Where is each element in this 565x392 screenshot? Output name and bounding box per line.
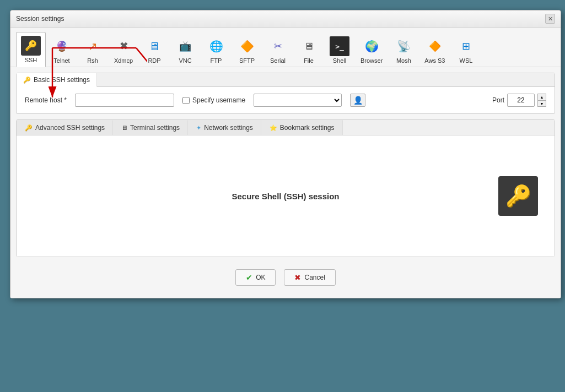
tab-bookmark[interactable]: ⭐ Bookmark settings (261, 120, 343, 135)
ftp-icon: 🌐 (206, 36, 226, 56)
protocol-mosh-label: Mosh (396, 57, 411, 64)
protocol-vnc-label: VNC (179, 57, 191, 64)
ok-icon: ✔ (246, 273, 252, 282)
protocol-sftp-label: SFTP (239, 57, 255, 64)
port-spinner[interactable]: ▲ ▼ (537, 94, 546, 107)
remote-host-label: Remote host * (25, 96, 67, 104)
browser-icon: 🌍 (362, 36, 381, 56)
port-decrement-btn[interactable]: ▼ (537, 100, 546, 107)
bookmark-icon: ⭐ (270, 124, 277, 132)
remote-host-input[interactable] (75, 94, 174, 107)
protocol-file[interactable]: 🖥 File (294, 32, 324, 67)
advanced-ssh-icon: 🔑 (25, 124, 33, 132)
ssh-large-key-icon: 🔑 (505, 184, 531, 208)
session-settings-dialog: Session settings ✕ 🔑 SSH 🔮 Telnet ↗ Rsh (10, 10, 561, 298)
ssh-large-icon-box: 🔑 (498, 176, 538, 216)
telnet-icon: 🔮 (52, 36, 72, 56)
specify-username-label[interactable]: Specify username (182, 96, 245, 104)
ok-label: OK (256, 274, 265, 281)
protocol-file-label: File (304, 57, 314, 64)
protocol-rsh-label: Rsh (87, 57, 98, 64)
port-input[interactable] (507, 94, 535, 107)
awss3-icon: 🔶 (425, 36, 445, 56)
dialog-title: Session settings (16, 15, 64, 23)
protocol-telnet[interactable]: 🔮 Telnet (47, 32, 77, 67)
tab-network[interactable]: ✦ Network settings (188, 120, 261, 135)
protocol-xdmcp-label: Xdmcp (114, 57, 133, 64)
protocol-xdmcp[interactable]: ✖ Xdmcp (109, 32, 138, 67)
username-dropdown-wrapper (254, 94, 342, 107)
protocol-ftp[interactable]: 🌐 FTP (201, 32, 231, 67)
main-content: 🔑 Basic SSH settings Remote host * Speci… (10, 67, 561, 298)
basic-ssh-tab[interactable]: 🔑 Basic SSH settings (17, 73, 97, 87)
user-icon-button[interactable]: 👤 (350, 94, 365, 107)
shell-icon: >_ (330, 36, 349, 56)
file-icon: 🖥 (299, 36, 319, 56)
rdp-icon: 🖥 (144, 36, 164, 56)
user-icon: 👤 (353, 96, 363, 105)
network-label: Network settings (204, 124, 253, 132)
advanced-ssh-label: Advanced SSH settings (35, 124, 105, 132)
specify-username-checkbox[interactable] (182, 97, 190, 104)
protocol-bar: 🔑 SSH 🔮 Telnet ↗ Rsh ✖ Xdmcp 🖥 (10, 28, 561, 67)
protocol-ssh-label: SSH (25, 57, 37, 63)
tab-terminal[interactable]: 🖥 Terminal settings (113, 120, 188, 135)
protocol-rdp[interactable]: 🖥 RDP (139, 32, 169, 67)
mosh-icon: 📡 (394, 36, 413, 56)
protocol-serial[interactable]: ✂ Serial (263, 32, 293, 67)
protocol-browser[interactable]: 🌍 Browser (356, 32, 388, 67)
protocol-telnet-label: Telnet (53, 57, 69, 64)
network-icon: ✦ (196, 124, 201, 132)
sub-tabs-section: 🔑 Advanced SSH settings 🖥 Terminal setti… (16, 119, 555, 257)
session-description: Secure Shell (SSH) session (232, 192, 339, 201)
protocol-vnc[interactable]: 📺 VNC (170, 32, 200, 67)
terminal-label: Terminal settings (130, 124, 180, 132)
content-panel: Secure Shell (SSH) session 🔑 (17, 135, 555, 257)
title-bar: Session settings ✕ (10, 10, 561, 28)
protocol-sftp[interactable]: 🔶 SFTP (232, 32, 262, 67)
protocol-rdp-label: RDP (148, 57, 160, 64)
port-section: Port ▲ ▼ (492, 94, 546, 107)
rsh-icon: ↗ (83, 36, 103, 56)
basic-ssh-tab-header: 🔑 Basic SSH settings (17, 73, 555, 87)
protocol-wsl[interactable]: ⊞ WSL (451, 32, 481, 67)
cancel-label: Cancel (304, 274, 325, 281)
basic-ssh-row: Remote host * Specify username 👤 (17, 87, 555, 113)
xdmcp-icon: ✖ (114, 36, 133, 56)
protocol-ssh[interactable]: 🔑 SSH (16, 32, 46, 67)
close-button[interactable]: ✕ (545, 14, 555, 24)
protocol-wsl-label: WSL (460, 57, 473, 64)
protocol-mosh[interactable]: 📡 Mosh (389, 32, 418, 67)
ok-button[interactable]: ✔ OK (235, 269, 276, 286)
sub-tabs-bar: 🔑 Advanced SSH settings 🖥 Terminal setti… (17, 120, 555, 135)
port-increment-btn[interactable]: ▲ (537, 94, 546, 100)
protocol-ftp-label: FTP (211, 57, 222, 64)
basic-ssh-tab-icon: 🔑 (23, 77, 31, 84)
basic-ssh-section: 🔑 Basic SSH settings Remote host * Speci… (16, 73, 555, 114)
bookmark-label: Bookmark settings (280, 124, 335, 132)
protocol-awss3[interactable]: 🔶 Aws S3 (419, 32, 450, 67)
protocol-serial-label: Serial (270, 57, 286, 64)
cancel-button[interactable]: ✖ Cancel (284, 269, 335, 286)
protocol-shell[interactable]: >_ Shell (325, 32, 354, 67)
port-label: Port (492, 96, 504, 104)
protocol-rsh[interactable]: ↗ Rsh (78, 32, 107, 67)
ssh-icon-box: 🔑 (21, 36, 41, 56)
protocol-browser-label: Browser (360, 57, 383, 64)
cancel-icon: ✖ (294, 273, 301, 282)
protocol-shell-label: Shell (333, 57, 346, 64)
protocol-awss3-label: Aws S3 (424, 57, 445, 64)
sftp-icon: 🔶 (237, 36, 257, 56)
vnc-icon: 📺 (175, 36, 195, 56)
basic-ssh-tab-label: Basic SSH settings (34, 76, 90, 84)
tab-advanced-ssh[interactable]: 🔑 Advanced SSH settings (17, 120, 113, 135)
serial-icon: ✂ (268, 36, 288, 56)
wsl-icon: ⊞ (456, 36, 476, 56)
footer-buttons: ✔ OK ✖ Cancel (16, 263, 555, 292)
terminal-icon: 🖥 (121, 124, 127, 131)
username-select[interactable] (254, 94, 342, 107)
